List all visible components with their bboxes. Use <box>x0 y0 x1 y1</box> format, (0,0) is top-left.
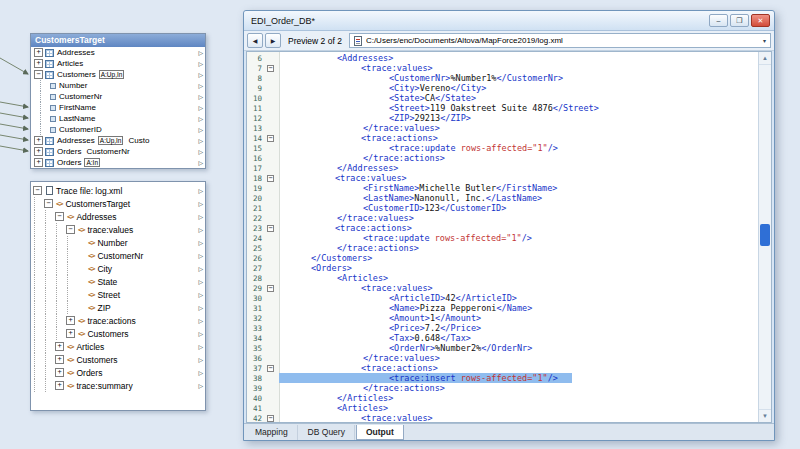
output-connector-icon[interactable]: ▷ <box>196 226 203 233</box>
output-connector-icon[interactable]: ▷ <box>196 126 203 133</box>
tree-node[interactable]: +<>Orders▷ <box>31 366 205 379</box>
tab-mapping[interactable]: Mapping <box>246 425 298 440</box>
code-area[interactable]: 6<Addresses>7−<trace:values>8<CustomerNr… <box>247 52 758 423</box>
mapping-row[interactable]: +OrdersCustomerNr▷ <box>31 146 205 157</box>
fold-collapse-icon[interactable]: − <box>267 225 274 232</box>
tab-db-query[interactable]: DB Query <box>299 425 355 440</box>
tree-node[interactable]: <>ZIP▷ <box>31 301 205 314</box>
mapping-row[interactable]: −CustomersA:Up,In▷ <box>31 69 205 80</box>
output-connector-icon[interactable]: ▷ <box>196 148 203 155</box>
expand-icon[interactable]: + <box>34 136 43 145</box>
output-connector-icon[interactable]: ▷ <box>196 71 203 78</box>
node-label: City <box>97 264 112 274</box>
output-connector-icon[interactable]: ▷ <box>196 252 203 259</box>
output-connector-icon[interactable]: ▷ <box>196 330 203 337</box>
tree-node[interactable]: −<>Addresses▷ <box>31 210 205 223</box>
table-action-badge[interactable]: A:In <box>84 158 100 167</box>
fold-collapse-icon[interactable]: − <box>267 285 274 292</box>
expand-icon[interactable]: + <box>55 342 64 351</box>
mapping-row[interactable]: LastName▷ <box>31 113 205 124</box>
expand-icon[interactable]: + <box>34 48 43 57</box>
fold-collapse-icon[interactable]: − <box>267 175 274 182</box>
mapping-row[interactable]: +Articles▷ <box>31 58 205 69</box>
expand-icon[interactable]: + <box>34 59 43 68</box>
collapse-icon[interactable]: − <box>55 212 64 221</box>
output-connector-icon[interactable]: ▷ <box>196 49 203 56</box>
mapping-row[interactable]: +AddressesA:Up,InCusto▷ <box>31 135 205 146</box>
mapping-row[interactable]: FirstName▷ <box>31 102 205 113</box>
expand-icon[interactable]: + <box>55 355 64 364</box>
mapping-row[interactable]: Number▷ <box>31 80 205 91</box>
tree-node[interactable]: <>CustomerNr▷ <box>31 249 205 262</box>
mapping-row[interactable]: CustomerID▷ <box>31 124 205 135</box>
tree-node[interactable]: −Trace file: log.xml▷ <box>31 184 205 197</box>
output-connector-icon[interactable]: ▷ <box>196 239 203 246</box>
output-connector-icon[interactable]: ▷ <box>196 278 203 285</box>
tree-node[interactable]: +<>Customers▷ <box>31 327 205 340</box>
tree-node[interactable]: +<>Articles▷ <box>31 340 205 353</box>
tree-node[interactable]: <>Number▷ <box>31 236 205 249</box>
collapse-icon[interactable]: − <box>33 186 42 195</box>
output-connector-icon[interactable]: ▷ <box>196 356 203 363</box>
output-connector-icon[interactable]: ▷ <box>196 60 203 67</box>
chevron-down-icon[interactable]: ▾ <box>763 37 766 44</box>
table-action-badge[interactable]: A:Up,In <box>98 136 124 145</box>
trace-file-tree[interactable]: −Trace file: log.xml▷−<>CustomersTarget▷… <box>30 181 206 411</box>
mapping-row[interactable]: +Addresses▷ <box>31 47 205 58</box>
output-connector-icon[interactable]: ▷ <box>196 159 203 166</box>
maximize-button[interactable]: ❒ <box>730 14 749 27</box>
output-connector-icon[interactable]: ▷ <box>196 200 203 207</box>
output-connector-icon[interactable]: ▷ <box>196 115 203 122</box>
window-titlebar[interactable]: EDI_Order_DB* – ❒ ✕ <box>244 11 774 31</box>
output-connector-icon[interactable]: ▷ <box>196 93 203 100</box>
output-connector-icon[interactable]: ▷ <box>196 82 203 89</box>
output-connector-icon[interactable]: ▷ <box>196 291 203 298</box>
collapse-icon[interactable]: − <box>44 199 53 208</box>
component-title[interactable]: CustomersTarget <box>31 34 205 47</box>
output-connector-icon[interactable]: ▷ <box>196 343 203 350</box>
table-action-badge[interactable]: A:Up,In <box>99 70 125 79</box>
mapping-row[interactable]: +OrdersA:In▷ <box>31 157 205 168</box>
scroll-down-icon[interactable]: ▼ <box>759 409 771 422</box>
output-connector-icon[interactable]: ▷ <box>196 369 203 376</box>
output-connector-icon[interactable]: ▷ <box>196 187 203 194</box>
tree-node[interactable]: <>Street▷ <box>31 288 205 301</box>
expand-icon[interactable]: + <box>66 316 75 325</box>
expand-icon[interactable]: + <box>34 147 43 156</box>
output-connector-icon[interactable]: ▷ <box>196 104 203 111</box>
expand-icon[interactable]: + <box>55 368 64 377</box>
tree-node[interactable]: +<>trace:summary▷ <box>31 379 205 392</box>
output-connector-icon[interactable]: ▷ <box>196 137 203 144</box>
tree-node[interactable]: <>State▷ <box>31 275 205 288</box>
collapse-icon[interactable]: − <box>66 225 75 234</box>
mapping-component-customers-target[interactable]: CustomersTarget +Addresses▷+Articles▷−Cu… <box>30 33 206 169</box>
file-path-combobox[interactable]: C:/Users/enc/Documents/Altova/MapForce20… <box>349 33 771 48</box>
fold-collapse-icon[interactable]: − <box>267 415 274 422</box>
next-preview-button[interactable]: ▶ <box>265 33 281 48</box>
tree-node[interactable]: −<>trace:values▷ <box>31 223 205 236</box>
scroll-up-icon[interactable]: ▲ <box>759 52 771 65</box>
collapse-icon[interactable]: − <box>34 70 43 79</box>
fold-collapse-icon[interactable]: − <box>267 365 274 372</box>
fold-collapse-icon[interactable]: − <box>267 65 274 72</box>
tree-node[interactable]: +<>trace:actions▷ <box>31 314 205 327</box>
output-connector-icon[interactable]: ▷ <box>196 304 203 311</box>
tree-node[interactable]: −<>CustomersTarget▷ <box>31 197 205 210</box>
close-button[interactable]: ✕ <box>751 14 770 27</box>
previous-preview-button[interactable]: ◀ <box>247 33 263 48</box>
output-connector-icon[interactable]: ▷ <box>196 265 203 272</box>
output-connector-icon[interactable]: ▷ <box>196 213 203 220</box>
fold-collapse-icon[interactable]: − <box>267 135 274 142</box>
tree-node[interactable]: <>City▷ <box>31 262 205 275</box>
output-connector-icon[interactable]: ▷ <box>196 317 203 324</box>
tree-node[interactable]: +<>Customers▷ <box>31 353 205 366</box>
scrollbar-thumb[interactable] <box>760 224 770 246</box>
expand-icon[interactable]: + <box>55 381 64 390</box>
tab-output[interactable]: Output <box>356 425 404 440</box>
mapping-row[interactable]: CustomerNr▷ <box>31 91 205 102</box>
minimize-button[interactable]: – <box>709 14 728 27</box>
output-connector-icon[interactable]: ▷ <box>196 382 203 389</box>
expand-icon[interactable]: + <box>34 158 43 167</box>
vertical-scrollbar[interactable]: ▲ ▼ <box>758 52 771 422</box>
expand-icon[interactable]: + <box>66 329 75 338</box>
